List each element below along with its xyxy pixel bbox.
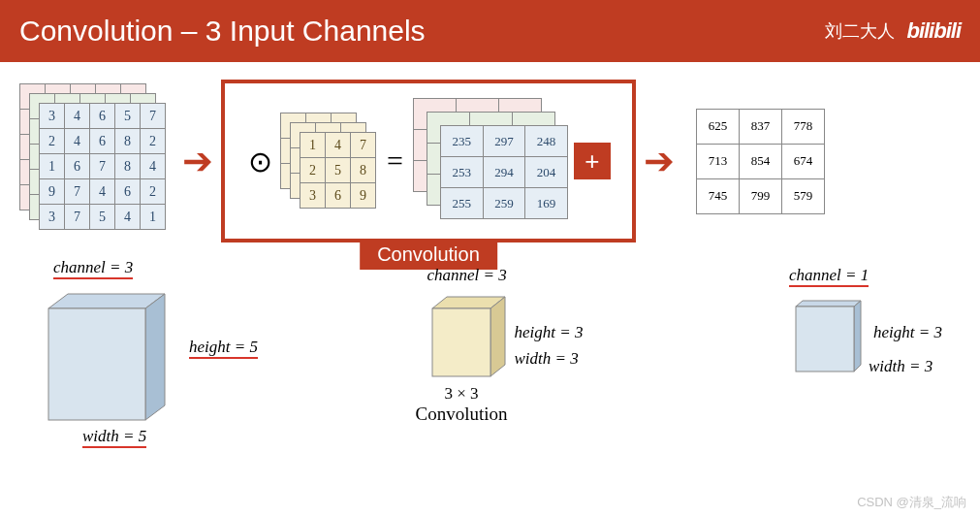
matrix-cell: 6 — [115, 179, 141, 205]
svg-marker-7 — [854, 301, 861, 372]
matrix-cell: 5 — [326, 158, 351, 183]
label-width: width = 3 — [515, 349, 579, 369]
matrix-cell: 6 — [326, 183, 351, 209]
page-title: Convolution – 3 Input Channels — [19, 15, 426, 48]
matrix-cell: 1 — [40, 154, 65, 179]
svg-marker-0 — [48, 294, 165, 308]
matrix-cell: 253 — [440, 157, 483, 188]
matrix-cell: 1 — [300, 133, 326, 158]
label-channel: channel = 1 — [789, 266, 869, 287]
label-height: height = 3 — [515, 323, 584, 342]
matrix-cell: 169 — [525, 188, 568, 219]
input-matrix-stack: 3465724682167849746237541 — [19, 83, 174, 239]
watermark: CSDN @清泉_流响 — [857, 494, 966, 511]
output-matrix: 625837778713854674745799579 — [696, 109, 825, 214]
arrow-icon: ➔ — [182, 140, 213, 182]
matrix-cell: 2 — [300, 158, 326, 183]
matrix-cell: 674 — [781, 144, 824, 178]
matrix-cell: 2 — [141, 179, 166, 205]
matrix-cell: 4 — [141, 154, 166, 179]
matrix-cell: 2 — [141, 129, 166, 154]
output-table: 625837778713854674745799579 — [696, 109, 825, 214]
label-channel: channel = 3 — [53, 258, 133, 279]
matrix-cell: 4 — [326, 133, 351, 158]
matrix-cell: 2 — [40, 129, 65, 154]
matrix-cell: 625 — [696, 109, 739, 144]
arrow-icon: ➔ — [644, 140, 675, 182]
matrix-cell: 579 — [781, 178, 824, 213]
matrix-cell: 9 — [351, 183, 376, 209]
matrix-cell: 5 — [90, 205, 115, 230]
matrix-cell: 3 — [40, 205, 65, 230]
matrix-cell: 6 — [65, 154, 90, 179]
author-name: 刘二大人 — [825, 19, 895, 43]
equals-symbol: = — [387, 145, 403, 178]
matrix-cell: 9 — [40, 179, 65, 205]
svg-rect-5 — [432, 308, 490, 376]
matrix-cell: 6 — [90, 129, 115, 154]
label-kernel-size: 3 × 3 — [445, 384, 479, 404]
svg-marker-6 — [796, 301, 861, 307]
matrix-cell: 7 — [351, 133, 376, 158]
matrix-cell: 4 — [90, 179, 115, 205]
plus-icon: + — [574, 143, 611, 179]
matrix-cell: 248 — [525, 126, 568, 157]
matrix-cell: 3 — [300, 183, 326, 209]
matrix-cell: 8 — [115, 129, 141, 154]
label-width: width = 3 — [869, 357, 933, 376]
matrix-cell: 4 — [65, 129, 90, 154]
cube-icon — [418, 289, 524, 396]
matrix-cell: 294 — [483, 157, 525, 188]
svg-rect-2 — [48, 308, 145, 420]
matrix-cell: 259 — [483, 188, 525, 219]
matrix-cell: 7 — [65, 205, 90, 230]
matrix-cell: 4 — [65, 104, 90, 129]
label-height: height = 3 — [873, 323, 942, 342]
odot-symbol: ⊙ — [248, 145, 272, 178]
matrix-cell: 7 — [90, 154, 115, 179]
svg-marker-1 — [145, 294, 165, 420]
output-cube: channel = 1 height = 3 width = 3 — [786, 289, 951, 444]
label-height: height = 5 — [189, 338, 258, 359]
input-cube: channel = 3 height = 5 width = 5 — [29, 279, 204, 454]
matrix-cell: 7 — [65, 179, 90, 205]
matrix-cell: 799 — [739, 178, 781, 213]
result-stack: 235297248253294204255259169 — [413, 98, 568, 224]
input-matrix-blue: 3465724682167849746237541 — [39, 103, 166, 230]
kernel-cube: channel = 3 height = 3 width = 3 3 × 3 C… — [418, 289, 573, 444]
label-channel: channel = 3 — [427, 266, 507, 285]
matrix-cell: 1 — [141, 205, 166, 230]
matrix-cell: 854 — [739, 144, 781, 178]
matrix-cell: 7 — [141, 104, 166, 129]
top-diagram: 3465724682167849746237541 ➔ ⊙ 147258369 … — [0, 62, 980, 242]
result-blue: 235297248253294204255259169 — [440, 125, 568, 219]
matrix-cell: 8 — [115, 154, 141, 179]
matrix-cell: 5 — [115, 104, 141, 129]
matrix-cell: 713 — [696, 144, 739, 178]
svg-marker-4 — [490, 297, 505, 376]
matrix-cell: 235 — [440, 126, 483, 157]
label-conv: Convolution — [416, 404, 508, 425]
label-width: width = 5 — [82, 427, 146, 448]
bottom-diagram: channel = 3 height = 5 width = 5 channel… — [0, 242, 980, 454]
matrix-cell: 255 — [440, 188, 483, 219]
matrix-cell: 8 — [351, 158, 376, 183]
cube-icon — [29, 279, 184, 435]
matrix-cell: 745 — [696, 178, 739, 213]
header-right: 刘二大人 bilibili — [825, 18, 961, 44]
matrix-cell: 6 — [90, 104, 115, 129]
matrix-cell: 778 — [781, 109, 824, 144]
kernel-stack: 147258369 — [280, 113, 377, 210]
matrix-cell: 3 — [40, 104, 65, 129]
matrix-cell: 4 — [115, 205, 141, 230]
svg-rect-8 — [796, 307, 854, 372]
matrix-cell: 204 — [525, 157, 568, 188]
convolution-box: ⊙ 147258369 = 23529724825329420425525916… — [221, 80, 636, 242]
bilibili-logo: bilibili — [906, 18, 961, 44]
kernel-3: 147258369 — [300, 132, 376, 209]
matrix-cell: 837 — [739, 109, 781, 144]
header-bar: Convolution – 3 Input Channels 刘二大人 bili… — [0, 0, 980, 62]
matrix-cell: 297 — [483, 126, 525, 157]
